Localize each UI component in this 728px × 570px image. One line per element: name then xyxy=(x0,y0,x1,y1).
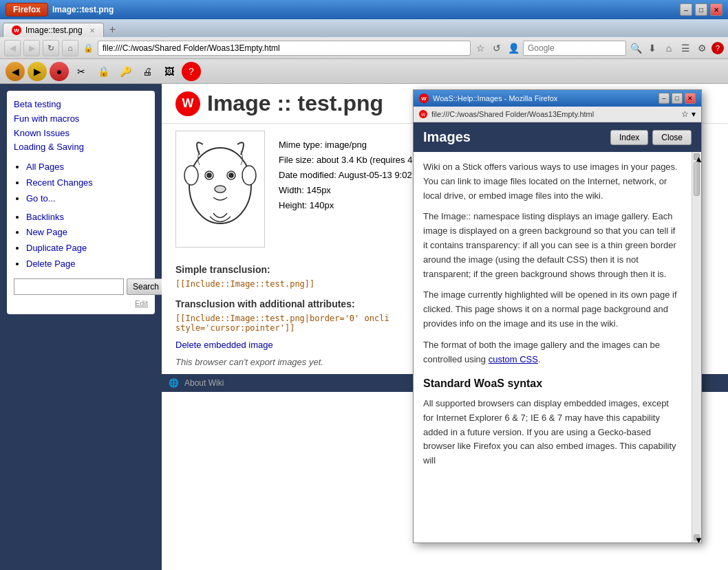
back-wiki-btn[interactable]: ◀ xyxy=(6,62,25,81)
popup-body: Wiki on a Stick offers various ways to u… xyxy=(414,152,692,542)
home-icon2[interactable]: ⌂ xyxy=(662,41,676,55)
tab-label: Image::test.png xyxy=(25,25,83,35)
about-wiki-text: About Wiki xyxy=(184,378,224,388)
popup-index-button[interactable]: Index xyxy=(610,130,648,145)
lock-wiki-icon[interactable]: 🔒 xyxy=(94,62,113,81)
minimize-button[interactable]: – xyxy=(680,3,692,16)
sidebar-link-backlinks[interactable]: Backlinks xyxy=(26,210,148,225)
navigation-bar: ◀ ▶ ↻ ⌂ 🔒 ☆ ↺ 👤 🔍 ⬇ ⌂ ☰ ⚙ ? xyxy=(0,37,728,59)
edit-link[interactable]: Edit xyxy=(14,299,148,307)
popup-header-title: Images xyxy=(423,129,471,145)
popup-para-1: Wiki on a Stick offers various ways to u… xyxy=(423,160,678,203)
close-button[interactable]: ✕ xyxy=(710,3,722,16)
bookmark-star-icon[interactable]: ☆ xyxy=(473,41,487,55)
popup-window: W WoaS::Help::Images - Mozilla Firefox –… xyxy=(413,89,702,543)
key-icon[interactable]: 🔑 xyxy=(116,62,135,81)
print-icon[interactable]: 🖨 xyxy=(138,62,157,81)
popup-para-2: The Image:: namespace listing displays a… xyxy=(423,210,678,281)
sidebar-link-recent-changes[interactable]: Recent Changes xyxy=(26,176,148,190)
scroll-arrow-down[interactable]: ▼ xyxy=(694,534,700,541)
tab-image-test[interactable]: W Image::test.png ✕ xyxy=(3,23,104,37)
svg-point-5 xyxy=(215,186,226,193)
globe-icon: 🌐 xyxy=(169,378,179,388)
popup-section-para: All supported browsers can display embed… xyxy=(423,397,678,468)
sidebar-link-beta-testing[interactable]: Beta testing xyxy=(14,98,148,112)
window-title: Image::test.png xyxy=(52,5,114,14)
refresh-button[interactable]: ↻ xyxy=(43,40,59,56)
popup-section-heading: Standard WoaS syntax xyxy=(423,375,678,393)
scissors-icon[interactable]: ✂ xyxy=(72,62,91,81)
popup-minimize-btn[interactable]: – xyxy=(659,93,670,104)
firefox-menu-button[interactable]: Firefox xyxy=(6,3,48,17)
new-tab-button[interactable]: + xyxy=(104,22,121,37)
popup-addr-text: file:///C:/woas/Shared Folder/Woas13Empt… xyxy=(431,110,677,118)
popup-menu-icon[interactable]: ▾ xyxy=(692,109,696,119)
address-bar[interactable] xyxy=(98,41,471,56)
settings-icon[interactable]: ⚙ xyxy=(695,41,709,55)
maximize-button[interactable]: □ xyxy=(695,3,707,16)
custom-css-link[interactable]: custom CSS xyxy=(489,354,538,364)
popup-bookmark-icon[interactable]: ☆ xyxy=(681,109,689,119)
popup-favicon: W xyxy=(419,94,429,103)
sidebar-link-new-page[interactable]: New Page xyxy=(26,226,148,240)
popup-close-button[interactable]: Close xyxy=(652,130,692,145)
search-button[interactable]: Search xyxy=(127,278,162,295)
svg-point-6 xyxy=(184,166,198,185)
home-button[interactable]: ⌂ xyxy=(62,40,78,56)
popup-scrollbar[interactable]: ▲ ▼ xyxy=(692,152,701,542)
sidebar: Beta testing Fun with macros Known Issue… xyxy=(0,84,162,570)
sidebar-link-loading-saving[interactable]: Loading & Saving xyxy=(14,140,148,155)
menu-icon[interactable]: ☰ xyxy=(678,41,692,55)
main-window: Firefox Image::test.png – □ ✕ W Image::t… xyxy=(0,0,728,570)
search-box: Search xyxy=(14,278,148,295)
popup-addr-icons: ☆ ▾ xyxy=(681,109,696,119)
popup-maximize-btn[interactable]: □ xyxy=(672,93,683,104)
question-icon[interactable]: ? xyxy=(182,62,201,81)
sidebar-link-known-issues[interactable]: Known Issues xyxy=(14,127,148,141)
help-icon[interactable]: ? xyxy=(711,42,724,54)
popup-addr-favicon: W xyxy=(419,110,427,118)
svg-point-7 xyxy=(242,166,256,185)
title-bar: Firefox Image::test.png – □ ✕ xyxy=(0,0,728,19)
forward-button[interactable]: ▶ xyxy=(23,40,40,56)
sidebar-link-fun-with-macros[interactable]: Fun with macros xyxy=(14,112,148,127)
lock-icon: 🔒 xyxy=(81,41,95,55)
forward-wiki-btn[interactable]: ▶ xyxy=(28,62,47,81)
tab-close-icon[interactable]: ✕ xyxy=(89,27,95,34)
wiki-toolbar: ◀ ▶ ● ✂ 🔒 🔑 🖨 🖼 ? xyxy=(0,59,728,84)
popup-address-bar: W file:///C:/woas/Shared Folder/Woas13Em… xyxy=(414,107,701,122)
svg-point-4 xyxy=(229,173,233,177)
window-controls: – □ ✕ xyxy=(680,3,722,16)
sidebar-link-delete-page[interactable]: Delete Page xyxy=(26,257,148,272)
popup-title-bar: W WoaS::Help::Images - Mozilla Firefox –… xyxy=(414,90,701,107)
scroll-arrow-up[interactable]: ▲ xyxy=(694,153,700,160)
popup-title-text: WoaS::Help::Images - Mozilla Firefox xyxy=(433,94,557,102)
reload-icon[interactable]: ↺ xyxy=(490,41,504,55)
sidebar-link-all-pages[interactable]: All Pages xyxy=(26,160,148,175)
page-title-icon: W xyxy=(175,91,200,116)
popup-title-left: W WoaS::Help::Images - Mozilla Firefox xyxy=(419,94,557,103)
page-title: Image :: test.png xyxy=(207,91,383,116)
popup-close-btn[interactable]: ✕ xyxy=(685,93,696,104)
popup-header: Images Index Close xyxy=(414,122,701,152)
tab-bar: W Image::test.png ✕ + xyxy=(0,19,728,37)
title-bar-left: Firefox Image::test.png xyxy=(6,3,114,17)
search-bar[interactable] xyxy=(523,41,626,56)
download-icon[interactable]: ⬇ xyxy=(645,41,659,55)
sidebar-nav: Beta testing Fun with macros Known Issue… xyxy=(7,91,155,314)
back-button[interactable]: ◀ xyxy=(4,40,21,56)
sidebar-link-go-to[interactable]: Go to... xyxy=(26,192,148,206)
scrollbar-thumb[interactable] xyxy=(694,162,700,196)
popup-win-controls: – □ ✕ xyxy=(659,93,696,104)
popup-para-3: The image currently highlighted will be … xyxy=(423,288,678,331)
sidebar-link-duplicate-page[interactable]: Duplicate Page xyxy=(26,241,148,256)
search-icon[interactable]: 🔍 xyxy=(629,41,643,55)
popup-header-buttons: Index Close xyxy=(610,130,692,145)
stop-wiki-btn[interactable]: ● xyxy=(50,62,69,81)
gnu-svg xyxy=(179,134,261,244)
gnu-image xyxy=(175,131,265,248)
search-input[interactable] xyxy=(14,278,124,295)
image-icon[interactable]: 🖼 xyxy=(160,62,179,81)
popup-para-4: The format of both the image gallery and… xyxy=(423,338,678,367)
user-icon[interactable]: 👤 xyxy=(506,41,520,55)
